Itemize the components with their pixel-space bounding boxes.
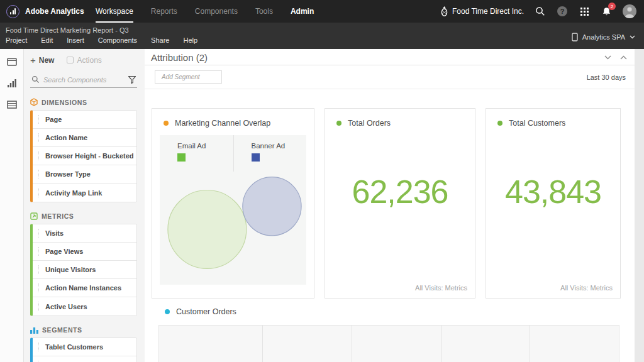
- menu-share[interactable]: Share: [151, 36, 169, 44]
- table-column[interactable]: [159, 326, 263, 362]
- company-switcher[interactable]: Food Time Direct Inc.: [441, 6, 524, 17]
- new-button-label: New: [39, 56, 55, 65]
- segment-item[interactable]: Tablet Customers: [33, 338, 136, 356]
- search-input[interactable]: [43, 76, 125, 84]
- new-button[interactable]: + New: [30, 55, 54, 65]
- brand-name: Adobe Analytics: [25, 7, 84, 16]
- table-column[interactable]: [263, 326, 352, 362]
- attribution-panel-title: Attribution (2): [151, 52, 208, 63]
- total-customers-card[interactable]: Total Customers 43,843 All Visits: Metri…: [486, 108, 621, 299]
- venn-legend: Email Ad Banner Ad: [160, 135, 306, 172]
- panel-collapse-icon[interactable]: [620, 55, 627, 60]
- avatar[interactable]: [623, 4, 636, 18]
- notifications-bell-icon[interactable]: 2: [601, 6, 612, 17]
- legend-email-ad[interactable]: Email Ad: [160, 135, 233, 172]
- marketing-channel-overlap-card[interactable]: Marketing Channel Overlap Email Ad Banne…: [152, 108, 314, 299]
- body: + New Actions DIMENSIONS: [0, 49, 644, 362]
- company-name: Food Time Direct Inc.: [452, 7, 524, 16]
- table-column[interactable]: [441, 326, 531, 362]
- app-grid-icon[interactable]: [579, 6, 590, 17]
- table-column[interactable]: [352, 326, 441, 362]
- table-column[interactable]: [530, 326, 619, 362]
- view-selector[interactable]: Analytics SPA: [572, 25, 635, 49]
- customer-orders-header: Customer Orders: [158, 307, 619, 316]
- dimension-item[interactable]: Action Name: [33, 129, 136, 147]
- help-icon[interactable]: ?: [557, 6, 568, 17]
- card-header: Marketing Channel Overlap: [152, 109, 314, 128]
- sidebar-toolbar: + New Actions: [30, 55, 137, 65]
- total-orders-value: 62,236: [325, 173, 475, 211]
- menu-help[interactable]: Help: [183, 36, 197, 44]
- segment-item[interactable]: Desktop Customers: [33, 356, 136, 362]
- dimensions-header[interactable]: DIMENSIONS: [30, 98, 137, 106]
- nav-components[interactable]: Components: [195, 0, 238, 23]
- metric-item[interactable]: Unique Visitors: [33, 261, 136, 279]
- banner-ad-circle: [243, 177, 301, 236]
- visualizations-icon[interactable]: [5, 77, 19, 89]
- segments-header[interactable]: SEGMENTS: [30, 326, 137, 334]
- project-title: Food Time Direct Marketing Report - Q3: [6, 26, 197, 34]
- venn-chart-area: Email Ad Banner Ad: [160, 135, 306, 285]
- banner-ad-swatch: [252, 153, 260, 162]
- menu-project[interactable]: Project: [6, 36, 27, 44]
- dimensions-list: Page Action Name Browser Height - Bucket…: [30, 110, 137, 202]
- customer-orders-table-header[interactable]: [158, 325, 619, 362]
- section-segments: SEGMENTS Tablet Customers Desktop Custom…: [30, 326, 137, 362]
- metric-source-label: All Visits: Metrics: [560, 284, 613, 292]
- segment-drop-row: Add Segment Last 30 days: [145, 65, 635, 89]
- project-bar-left: Food Time Direct Marketing Report - Q3 P…: [6, 25, 197, 49]
- dimensions-title: DIMENSIONS: [42, 99, 87, 106]
- date-range-label[interactable]: Last 30 days: [587, 74, 626, 81]
- customer-orders-title: Customer Orders: [176, 307, 236, 316]
- venn-diagram[interactable]: [160, 172, 306, 278]
- app-bar-right: Food Time Direct Inc. ? 2: [441, 4, 636, 18]
- search-icon[interactable]: [535, 6, 546, 17]
- dimension-item[interactable]: Activity Map Link: [33, 184, 136, 202]
- pineapple-icon: [441, 6, 448, 17]
- section-metrics: METRICS Visits Page Views Unique Visitor…: [30, 212, 137, 316]
- project-bar: Food Time Direct Marketing Report - Q3 P…: [0, 23, 644, 49]
- adobe-analytics-logo-icon[interactable]: [6, 5, 19, 18]
- actions-button[interactable]: Actions: [67, 56, 101, 65]
- metrics-header[interactable]: METRICS: [30, 212, 137, 220]
- menu-edit[interactable]: Edit: [41, 36, 53, 44]
- cyan-dot-icon: [165, 309, 170, 314]
- panel-chevron-down-icon[interactable]: [604, 55, 611, 60]
- dimension-item[interactable]: Page: [33, 111, 136, 129]
- filter-funnel-icon[interactable]: [128, 76, 136, 84]
- dimension-item[interactable]: Browser Type: [33, 165, 136, 184]
- menu-components[interactable]: Components: [98, 36, 137, 44]
- menu-insert[interactable]: Insert: [67, 36, 84, 44]
- table-icon[interactable]: [5, 98, 19, 111]
- metric-item[interactable]: Active Users: [33, 297, 136, 315]
- total-customers-value: 43,843: [486, 173, 620, 211]
- metric-item[interactable]: Visits: [33, 224, 136, 243]
- device-icon: [572, 33, 578, 41]
- chevron-down-icon: [630, 35, 635, 39]
- view-selector-label: Analytics SPA: [582, 33, 625, 41]
- plus-icon: +: [30, 55, 36, 65]
- add-segment-dropzone[interactable]: Add Segment: [155, 70, 222, 84]
- card-title: Total Customers: [509, 119, 565, 128]
- dimension-icon: [30, 98, 38, 106]
- metric-item[interactable]: Action Name Instances: [33, 279, 136, 297]
- customer-orders-panel: Customer Orders: [145, 299, 635, 362]
- green-dot-icon: [336, 121, 341, 126]
- nav-admin[interactable]: Admin: [291, 0, 314, 23]
- total-orders-card[interactable]: Total Orders 62,236 All Visits: Metrics: [325, 108, 475, 299]
- legend-label: Email Ad: [177, 142, 233, 150]
- card-header: Total Orders: [325, 109, 475, 128]
- legend-banner-ad[interactable]: Banner Ad: [233, 135, 307, 172]
- metric-item[interactable]: Page Views: [33, 243, 136, 261]
- segments-list: Tablet Customers Desktop Customers: [30, 337, 137, 362]
- nav-workspace[interactable]: Workspace: [96, 0, 133, 23]
- metric-icon: [30, 212, 38, 220]
- dimension-item[interactable]: Browser Height - Bucketed: [33, 147, 136, 165]
- nav-reports[interactable]: Reports: [151, 0, 177, 23]
- workspace-canvas: Attribution (2) Add Segment Last 30 days: [145, 49, 644, 362]
- card-header: Total Customers: [486, 109, 620, 128]
- primary-nav: Workspace Reports Components Tools Admin: [96, 0, 314, 23]
- panels-icon[interactable]: [5, 55, 19, 68]
- nav-tools[interactable]: Tools: [255, 0, 273, 23]
- card-title: Marketing Channel Overlap: [175, 119, 270, 128]
